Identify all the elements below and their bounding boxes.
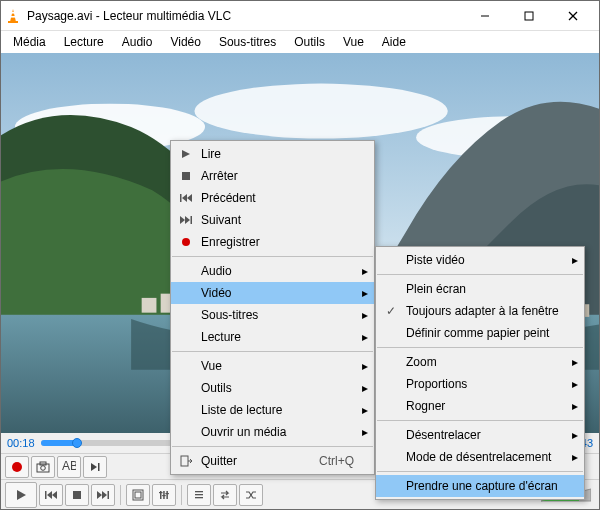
menu-video[interactable]: Vidéo [162, 33, 208, 51]
svg-rect-48 [195, 494, 203, 495]
submenu-arrow-icon: ▸ [572, 253, 578, 267]
ctx-next[interactable]: Suivant [171, 209, 374, 231]
separator [377, 420, 583, 421]
close-button[interactable] [551, 2, 595, 30]
snapshot-button[interactable] [31, 456, 55, 478]
check-icon: ✓ [380, 304, 402, 318]
svg-text:B: B [70, 461, 76, 473]
play-button[interactable] [5, 482, 37, 508]
separator [120, 485, 121, 505]
minimize-button[interactable] [463, 2, 507, 30]
svg-marker-57 [187, 194, 192, 202]
ctx-play[interactable]: Lire [171, 143, 374, 165]
maximize-button[interactable] [507, 2, 551, 30]
ctx-snapshot-label: Prendre une capture d'écran [402, 479, 564, 493]
ctx-video-track[interactable]: Piste vidéo▸ [376, 249, 584, 271]
record-icon [175, 237, 197, 247]
ctx-view-label: Vue [197, 359, 354, 373]
ctx-quit[interactable]: QuitterCtrl+Q [171, 450, 374, 472]
ctx-audio[interactable]: Audio▸ [171, 260, 374, 282]
seek-knob[interactable] [72, 438, 82, 448]
svg-rect-44 [159, 492, 163, 493]
ctx-video[interactable]: Vidéo▸ [171, 282, 374, 304]
ctx-deint-label: Désentrelacer [402, 428, 564, 442]
ctx-playlist[interactable]: Liste de lecture▸ [171, 399, 374, 421]
ctx-prev-label: Précédent [197, 191, 354, 205]
ctx-tools[interactable]: Outils▸ [171, 377, 374, 399]
ctx-video-label: Vidéo [197, 286, 354, 300]
ctx-open[interactable]: Ouvrir un média▸ [171, 421, 374, 443]
ctx-snapshot[interactable]: Prendre une capture d'écran [376, 475, 584, 497]
separator [377, 274, 583, 275]
ctx-playback[interactable]: Lecture▸ [171, 326, 374, 348]
menu-audio[interactable]: Audio [114, 33, 161, 51]
separator [377, 347, 583, 348]
svg-rect-62 [181, 456, 188, 466]
ctx-deintmode-label: Mode de désentrelacement [402, 450, 564, 464]
record-button[interactable] [5, 456, 29, 478]
ctx-audio-label: Audio [197, 264, 354, 278]
shuffle-button[interactable] [239, 484, 263, 506]
separator [172, 351, 373, 352]
skip-back-button[interactable] [39, 484, 63, 506]
ctx-playback-label: Lecture [197, 330, 354, 344]
svg-rect-3 [11, 16, 16, 18]
svg-rect-1 [8, 21, 18, 23]
ctx-fullscreen[interactable]: Plein écran [376, 278, 584, 300]
ctx-deinterlace[interactable]: Désentrelacer▸ [376, 424, 584, 446]
playlist-button[interactable] [187, 484, 211, 506]
separator [377, 471, 583, 472]
loop-ab-button[interactable]: AB [57, 456, 81, 478]
menu-tools[interactable]: Outils [286, 33, 333, 51]
ctx-wallpaper-label: Définir comme papier peint [402, 326, 564, 340]
menu-media[interactable]: Média [5, 33, 54, 51]
titlebar: Paysage.avi - Lecteur multimédia VLC [1, 1, 599, 31]
ctx-stop[interactable]: Arrêter [171, 165, 374, 187]
ext-settings-button[interactable] [152, 484, 176, 506]
svg-marker-0 [10, 9, 16, 22]
ctx-quit-label: Quitter [197, 454, 303, 468]
ctx-tools-label: Outils [197, 381, 354, 395]
menu-help[interactable]: Aide [374, 33, 414, 51]
submenu-arrow-icon: ▸ [362, 308, 368, 322]
menu-view[interactable]: Vue [335, 33, 372, 51]
quit-icon [175, 455, 197, 467]
ctx-deinterlace-mode[interactable]: Mode de désentrelacement▸ [376, 446, 584, 468]
ctx-subtitles[interactable]: Sous-titres▸ [171, 304, 374, 326]
svg-marker-31 [17, 490, 26, 500]
submenu-arrow-icon: ▸ [362, 359, 368, 373]
svg-marker-33 [47, 491, 52, 499]
svg-point-10 [194, 84, 447, 139]
svg-marker-37 [102, 491, 107, 499]
svg-rect-60 [191, 216, 193, 224]
svg-point-61 [182, 238, 190, 246]
ctx-aspect[interactable]: Proportions▸ [376, 373, 584, 395]
fullscreen-button[interactable] [126, 484, 150, 506]
time-elapsed[interactable]: 00:18 [7, 437, 35, 449]
ctx-fit-window[interactable]: ✓Toujours adapter à la fenêtre [376, 300, 584, 322]
svg-rect-30 [98, 463, 100, 471]
svg-rect-35 [73, 491, 81, 499]
ctx-view[interactable]: Vue▸ [171, 355, 374, 377]
menu-subtitles[interactable]: Sous-titres [211, 33, 284, 51]
svg-point-26 [41, 465, 46, 470]
ctx-wallpaper[interactable]: Définir comme papier peint [376, 322, 584, 344]
svg-marker-34 [52, 491, 57, 499]
ctx-aspect-label: Proportions [402, 377, 564, 391]
skip-fwd-button[interactable] [91, 484, 115, 506]
window-title: Paysage.avi - Lecteur multimédia VLC [27, 9, 463, 23]
ctx-record[interactable]: Enregistrer [171, 231, 374, 253]
context-menu-main: Lire Arrêter Précédent Suivant Enregistr… [170, 140, 375, 475]
submenu-arrow-icon: ▸ [572, 450, 578, 464]
stop-button[interactable] [65, 484, 89, 506]
ctx-open-label: Ouvrir un média [197, 425, 354, 439]
frame-step-button[interactable] [83, 456, 107, 478]
loop-button[interactable] [213, 484, 237, 506]
separator [172, 446, 373, 447]
menu-playback[interactable]: Lecture [56, 33, 112, 51]
ctx-prev[interactable]: Précédent [171, 187, 374, 209]
ctx-crop[interactable]: Rogner▸ [376, 395, 584, 417]
ctx-zoom[interactable]: Zoom▸ [376, 351, 584, 373]
submenu-arrow-icon: ▸ [572, 399, 578, 413]
prev-icon [175, 193, 197, 203]
